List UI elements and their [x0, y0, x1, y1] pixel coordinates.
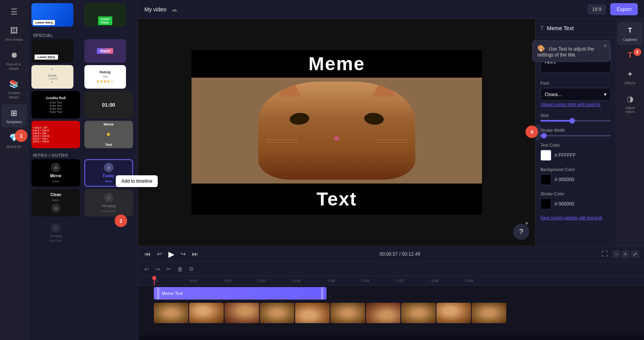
clip-right-handle[interactable]	[321, 287, 323, 300]
sidebar-item-your-media[interactable]: 🖼 Your media	[2, 22, 27, 45]
record-icon: ⏺	[9, 50, 20, 61]
controls-bar: ⏮ ↩ ▶ ↪ ⏭ 00:00.57 / 00:12.49 ⛶ − + ⤢	[138, 246, 644, 262]
fwd5-button[interactable]: ↪	[179, 249, 187, 259]
zoom-out-button[interactable]: −	[613, 250, 620, 258]
playhead[interactable]	[154, 276, 155, 285]
clip-left-handle[interactable]	[157, 287, 159, 300]
plunging-1-label: Plunging	[102, 204, 115, 208]
template-card-plunging-1[interactable]: ⊙ Plunging Intro/Outro	[84, 189, 133, 216]
sidebar-label-content-library: Contentlibrary	[8, 91, 20, 100]
zoom-in-button[interactable]: +	[622, 250, 629, 258]
template-card-timer[interactable]: 01:00	[84, 91, 133, 118]
template-card-quote[interactable]: " Quote — Author "	[31, 65, 73, 89]
video-thumb-3	[224, 303, 259, 323]
fit-zoom-button[interactable]: ⤢	[631, 250, 639, 258]
lower-third-label-2: LowerThird	[98, 16, 112, 25]
chevron-down-icon[interactable]: ▼	[524, 221, 529, 226]
project-title[interactable]: My video	[144, 6, 166, 13]
sidebar-menu[interactable]: ☰	[2, 3, 27, 20]
sidebar-item-record[interactable]: ⏺ Record &create	[2, 47, 27, 74]
meme-text-clip[interactable]: Meme Text	[154, 287, 327, 300]
effects-label: Effects	[625, 81, 635, 85]
right-panel-header: T Meme Text	[536, 19, 616, 38]
templates-icon: ⊞	[9, 107, 20, 118]
next-button[interactable]: ⏭	[190, 249, 200, 259]
video-thumb-5	[295, 303, 330, 323]
main-area: My video ☁ 16:9 Export ‹ Meme	[138, 0, 644, 340]
timer-label: 01:00	[102, 102, 115, 108]
tooltip-text: Use Text to adjust the settings of the t…	[537, 46, 594, 58]
mirror-label: Mirror	[50, 174, 62, 178]
template-card-lower-third-3[interactable]: Lower third Minimal	[31, 39, 73, 63]
template-card-credits[interactable]: Credits Roll Enter Text Enter Text Enter…	[31, 91, 80, 118]
sidebar-item-templates[interactable]: ⊞ Templates	[2, 104, 27, 127]
delete-button[interactable]: 🗑	[176, 264, 184, 274]
right-icon-bar: T Captions 3 T ✦ Effects ◑ Adjustcolors	[616, 19, 644, 246]
adjust-colors-tab[interactable]: ◑ Adjustcolors	[618, 90, 643, 118]
video-thumb-2	[189, 303, 224, 323]
template-card-rapid[interactable]: Rapid	[84, 39, 126, 63]
size-label: Size	[540, 113, 611, 118]
effects-tab[interactable]: ✦ Effects	[618, 65, 643, 89]
content-library-icon: 📚	[9, 78, 20, 89]
stroke-color-hex: # 000000	[555, 201, 574, 207]
background-color-swatch[interactable]	[540, 174, 551, 185]
text-icon: T	[540, 25, 544, 31]
text-color-label: Text Color	[540, 143, 611, 147]
template-card-clean[interactable]: Clean Intro ⊙	[31, 189, 80, 216]
cut-button[interactable]: ✂	[165, 264, 173, 274]
captions-tab[interactable]: T Captions	[618, 22, 643, 45]
play-button[interactable]: ▶	[167, 248, 176, 260]
timeline-content: 0 0:01 0:02 0:03 0:04 0:05 0:06 0:07 0:0…	[138, 276, 644, 335]
text-color-hex: # FFFFFF	[555, 153, 576, 158]
section-label-intro-outro: Intro / Outro	[31, 150, 135, 159]
font-section: Font Oswa... ▾ Upload custom fonts with …	[540, 81, 611, 107]
fullscreen-button[interactable]: ⛶	[600, 249, 609, 259]
timeline-scrollbar[interactable]	[138, 335, 644, 340]
help-button[interactable]: ?	[513, 224, 529, 240]
video-thumb-8	[401, 303, 436, 323]
stroke-color-swatch[interactable]	[540, 198, 551, 209]
template-card-rating[interactable]: Rating Title ★★★★☆	[84, 65, 126, 89]
meme-text-track: Meme Text	[138, 285, 644, 301]
timeline-area: ↩ ↪ ✂ 🗑 ⧉ 0 0:01	[138, 262, 644, 340]
back5-button[interactable]: ↩	[155, 249, 164, 259]
video-bottom-text: Text	[192, 184, 482, 215]
font-select[interactable]: Oswa... ▾	[540, 88, 611, 101]
your-media-icon: 🖼	[9, 25, 20, 36]
template-card-meme[interactable]: Meme 😐 Text	[84, 121, 133, 148]
meme-top-label: Meme	[104, 122, 114, 126]
undo-button[interactable]: ↩	[143, 264, 151, 274]
template-card-lower-third-1[interactable]: Lower third 1pt	[31, 3, 73, 27]
template-card-plunging-2[interactable]: ⊙ Plunging Intro/Outro	[31, 219, 80, 246]
section-label-special: Special	[31, 30, 135, 39]
tooltip-close-button[interactable]: ✕	[603, 43, 607, 49]
duplicate-button[interactable]: ⧉	[188, 264, 195, 274]
size-slider[interactable]	[540, 120, 611, 122]
clean-label: Clean	[51, 193, 61, 197]
menu-icon: ☰	[9, 6, 20, 17]
template-card-lower-third-2[interactable]: LowerThird	[84, 3, 126, 27]
templates-scroll[interactable]: Lower third 1pt LowerThird Special Lower…	[28, 3, 138, 340]
video-thumb-10	[472, 303, 506, 323]
stroke-width-slider[interactable]	[540, 135, 611, 136]
redo-button[interactable]: ↪	[154, 264, 162, 274]
video-top-text: Meme	[192, 50, 482, 78]
clip-label: Meme Text	[162, 291, 319, 296]
timeline-tracks: 0 0:01 0:02 0:03 0:04 0:05 0:06 0:07 0:0…	[138, 276, 644, 335]
chevron-down-icon: ▾	[604, 91, 607, 97]
upload-fonts-link[interactable]: Upload custom fonts with brand kit	[540, 102, 611, 107]
prev-button[interactable]: ⏮	[143, 249, 152, 259]
text-color-swatch[interactable]	[540, 150, 551, 161]
sidebar-label-templates: Templates	[6, 120, 22, 124]
add-to-timeline-popup[interactable]: Add to timeline	[116, 175, 158, 187]
sidebar-item-content-library[interactable]: 📚 Contentlibrary	[2, 75, 27, 103]
tooltip-box: 🎨 Use Text to adjust the settings of the…	[532, 40, 611, 62]
text-tab[interactable]: 3 T	[618, 47, 643, 64]
cloud-save-icon: ☁	[171, 5, 177, 13]
template-card-mirror[interactable]: ⊙ Mirror Intro	[31, 159, 80, 187]
template-card-sale[interactable]: • SALE • SP SALE • SALE SALE • SA• SALE …	[31, 121, 80, 148]
aspect-ratio-badge[interactable]: 16:9	[588, 5, 606, 14]
save-palettes-link[interactable]: Save custom palettes with brand kit	[540, 216, 611, 220]
export-button[interactable]: Export	[610, 3, 638, 15]
